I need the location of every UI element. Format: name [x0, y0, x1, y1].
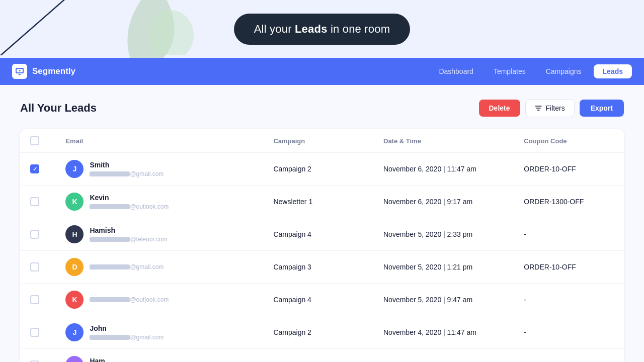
email-redacted — [90, 264, 130, 269]
coupon-cell: - — [514, 284, 624, 316]
leads-table: Email Campaign Date & Time Coupon Code J… — [20, 129, 624, 362]
col-header-campaign: Campaign — [263, 129, 373, 153]
row-checkbox[interactable] — [30, 295, 39, 304]
lead-name: Kevin — [90, 194, 169, 202]
hero-decoration-line — [0, 0, 80, 55]
coupon-cell: ORDER-10-OFF — [514, 251, 624, 284]
navbar-logo — [12, 64, 27, 79]
col-header-date: Date & Time — [373, 129, 514, 153]
filter-icon — [535, 105, 542, 111]
leads-actions: Delete Filters Export — [479, 99, 624, 117]
table-row: HHamish@telenor.comCampaign 4November 5,… — [20, 218, 624, 251]
hero-section: All your Leads in one room — [0, 0, 644, 58]
avatar: H — [65, 356, 84, 362]
campaign-cell: Campaign 4 — [263, 284, 373, 316]
col-header-email: Email — [55, 129, 263, 153]
coupon-cell: ORDER-10-OFF — [514, 153, 624, 186]
lead-email: @outlook.com — [90, 203, 169, 210]
row-checkbox[interactable] — [30, 230, 39, 239]
nav-templates[interactable]: Templates — [486, 64, 534, 78]
delete-button[interactable]: Delete — [479, 100, 520, 117]
email-cell: JSmith@gmail.com — [65, 160, 253, 178]
email-redacted — [90, 204, 130, 209]
email-cell: HHam@telenor.com — [65, 356, 253, 362]
email-redacted — [90, 335, 130, 340]
coupon-cell: ORDER-156-OFF — [514, 349, 624, 363]
table-row: JJohn@gmail.comCampaign 2November 4, 202… — [20, 316, 624, 349]
email-cell: JJohn@gmail.com — [65, 323, 253, 341]
coupon-cell: - — [514, 316, 624, 349]
main-content: All Your Leads Delete Filters Export Ema… — [0, 85, 644, 362]
export-button[interactable]: Export — [580, 100, 624, 117]
hero-text-prefix: All your — [254, 23, 295, 35]
email-cell: HHamish@telenor.com — [65, 225, 253, 243]
email-domain: @telenor.com — [130, 236, 167, 243]
email-redacted — [90, 297, 130, 302]
navbar: Segmently Dashboard Templates Campaigns … — [0, 58, 644, 85]
svg-point-1 — [148, 10, 194, 55]
avatar: D — [65, 258, 84, 276]
row-checkbox[interactable] — [30, 328, 39, 337]
table-row: HHam@telenor.comNewsletter 2November 4, … — [20, 349, 624, 363]
avatar: K — [65, 193, 84, 211]
avatar: J — [65, 323, 84, 341]
date-cell: November 5, 2020 | 2:33 pm — [373, 218, 514, 251]
date-cell: November 6, 2020 | 11:47 am — [373, 153, 514, 186]
brand-name: Segmently — [32, 66, 75, 76]
svg-point-4 — [19, 70, 21, 71]
hero-pill: All your Leads in one room — [234, 14, 411, 45]
table-header-row: Email Campaign Date & Time Coupon Code — [20, 129, 624, 153]
coupon-cell: ORDER-1300-OFF — [514, 186, 624, 218]
campaign-cell: Campaign 3 — [263, 251, 373, 284]
hero-decoration-shape2 — [146, 5, 196, 55]
select-all-checkbox[interactable] — [30, 136, 39, 145]
email-domain: @outlook.com — [130, 203, 169, 210]
date-cell: November 6, 2020 | 9:17 am — [373, 186, 514, 218]
lead-name: Smith — [90, 161, 164, 169]
row-checkbox[interactable] — [30, 197, 39, 206]
campaign-cell: Campaign 4 — [263, 218, 373, 251]
date-cell: November 4, 2020 | 10:28 am — [373, 349, 514, 363]
lead-email: @outlook.com — [90, 296, 169, 303]
date-cell: November 4, 2020 | 11:47 am — [373, 316, 514, 349]
table-row: KKevin@outlook.comNewsletter 1November 6… — [20, 186, 624, 218]
col-header-check — [20, 129, 55, 153]
email-redacted — [90, 171, 130, 176]
leads-header: All Your Leads Delete Filters Export — [20, 99, 624, 117]
lead-email: @gmail.com — [90, 170, 164, 177]
filters-label: Filters — [546, 104, 565, 112]
campaign-cell: Newsletter 1 — [263, 186, 373, 218]
nav-leads[interactable]: Leads — [594, 64, 632, 78]
campaign-cell: Newsletter 2 — [263, 349, 373, 363]
lead-name: John — [90, 324, 164, 332]
page-title: All Your Leads — [20, 102, 97, 115]
email-cell: K@outlook.com — [65, 291, 253, 309]
navbar-links: Dashboard Templates Campaigns Leads — [431, 64, 632, 78]
date-cell: November 5, 2020 | 1:21 pm — [373, 251, 514, 284]
table-row: D@gmail.comCampaign 3November 5, 2020 | … — [20, 251, 624, 284]
campaign-cell: Campaign 2 — [263, 153, 373, 186]
lead-email: @gmail.com — [90, 334, 164, 341]
avatar: H — [65, 225, 84, 243]
email-domain: @gmail.com — [130, 334, 164, 341]
table-row: JSmith@gmail.comCampaign 2November 6, 20… — [20, 153, 624, 186]
svg-line-0 — [0, 0, 75, 55]
row-checkbox[interactable] — [30, 262, 39, 272]
email-redacted — [90, 237, 130, 242]
lead-email: @gmail.com — [90, 263, 164, 270]
nav-campaigns[interactable]: Campaigns — [538, 64, 590, 78]
row-checkbox[interactable] — [30, 164, 39, 173]
navbar-brand: Segmently — [12, 64, 75, 79]
campaign-cell: Campaign 2 — [263, 316, 373, 349]
avatar: K — [65, 291, 84, 309]
lead-name: Ham — [90, 357, 167, 363]
email-cell: D@gmail.com — [65, 258, 253, 276]
hero-text-suffix: in one room — [328, 23, 390, 35]
filters-button[interactable]: Filters — [525, 99, 575, 117]
lead-email: @telenor.com — [90, 236, 167, 243]
hero-text-bold: Leads — [295, 23, 328, 35]
col-header-coupon: Coupon Code — [514, 129, 624, 153]
email-domain: @outlook.com — [130, 296, 169, 303]
nav-dashboard[interactable]: Dashboard — [431, 64, 481, 78]
coupon-cell: - — [514, 218, 624, 251]
